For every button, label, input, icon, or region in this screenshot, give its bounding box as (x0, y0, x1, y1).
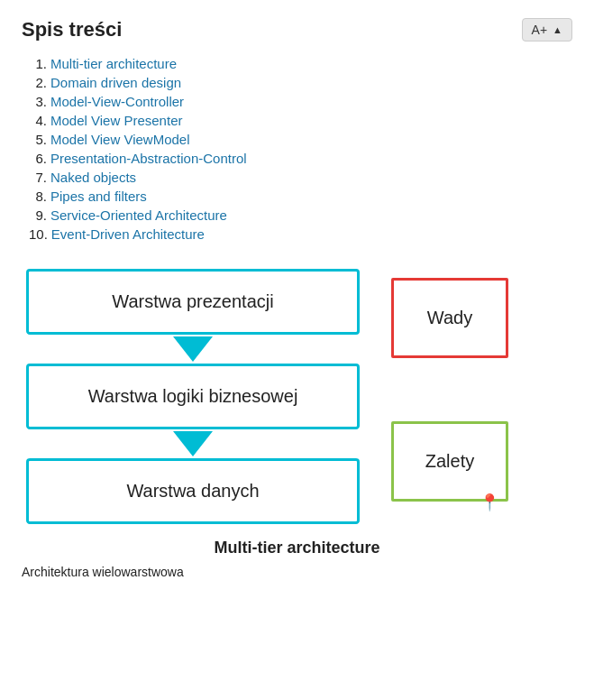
toc-item-2: 2.Domain driven design (22, 75, 572, 90)
toc-link[interactable]: Presentation-Abstraction-Control (50, 151, 247, 166)
arrow-down-1 (173, 336, 213, 362)
wady-box: Wady (391, 278, 508, 358)
toc-number: 9. (29, 207, 47, 223)
toc-number: 5. (29, 132, 47, 147)
toc-link[interactable]: Domain driven design (50, 75, 181, 90)
layer-business-box: Warstwa logiki biznesowej (26, 364, 360, 429)
toc-link[interactable]: Pipes and filters (50, 189, 147, 204)
toc-number: 4. (29, 113, 47, 128)
layer-business-label: Warstwa logiki biznesowej (88, 386, 298, 406)
font-size-icon: ▲ (553, 24, 562, 35)
zalety-box: Zalety (391, 421, 508, 502)
toc-link[interactable]: Service-Oriented Architecture (50, 207, 227, 223)
layer-data-label: Warstwa danych (126, 481, 259, 501)
toc-link[interactable]: Event-Driven Architecture (51, 226, 205, 242)
toc-number: 6. (29, 151, 47, 166)
toc-item-3: 3.Model-View-Controller (22, 94, 572, 109)
side-column: Wady Zalety 📍 (391, 278, 508, 512)
toc-link[interactable]: Model View Presenter (50, 113, 182, 128)
toc-link[interactable]: Model View ViewModel (50, 132, 190, 147)
diagram-subtitle: Architektura wielowarstwowa (22, 565, 572, 579)
wady-label: Wady (427, 308, 472, 327)
toc-number: 3. (29, 94, 47, 109)
toc-item-7: 7.Naked objects (22, 170, 572, 185)
toc-item-9: 9.Service-Oriented Architecture (22, 207, 572, 223)
toc-item-8: 8.Pipes and filters (22, 189, 572, 204)
toc-number: 10. (29, 226, 48, 242)
page-title: Spis treści (22, 18, 122, 41)
toc-item-10: 10.Event-Driven Architecture (22, 226, 572, 242)
arrow-down-2 (173, 431, 213, 456)
layer-data-box: Warstwa danych (26, 458, 360, 524)
table-of-contents: 1.Multi-tier architecture2.Domain driven… (22, 56, 572, 242)
toc-item-6: 6.Presentation-Abstraction-Control (22, 151, 572, 166)
toc-link[interactable]: Multi-tier architecture (50, 56, 177, 71)
toc-item-4: 4.Model View Presenter (22, 113, 572, 128)
layer-presentation-label: Warstwa prezentacji (112, 291, 273, 311)
toc-link[interactable]: Model-View-Controller (50, 94, 184, 109)
toc-link[interactable]: Naked objects (50, 170, 136, 185)
toc-number: 1. (29, 56, 47, 71)
pin-icon: 📍 (391, 493, 499, 512)
layers-column: Warstwa prezentacji Warstwa logiki bizne… (22, 269, 364, 524)
font-size-button[interactable]: A+ ▲ (522, 18, 572, 41)
toc-number: 8. (29, 189, 47, 204)
font-size-label: A+ (532, 23, 548, 37)
toc-number: 7. (29, 170, 47, 185)
header-row: Spis treści A+ ▲ (22, 18, 572, 41)
toc-item-1: 1.Multi-tier architecture (22, 56, 572, 71)
diagram-container: Warstwa prezentacji Warstwa logiki bizne… (22, 269, 572, 524)
layer-presentation-box: Warstwa prezentacji (26, 269, 360, 335)
diagram-caption: Multi-tier architecture (22, 539, 572, 557)
zalety-label: Zalety (425, 451, 474, 471)
toc-number: 2. (29, 75, 47, 90)
toc-item-5: 5.Model View ViewModel (22, 132, 572, 147)
